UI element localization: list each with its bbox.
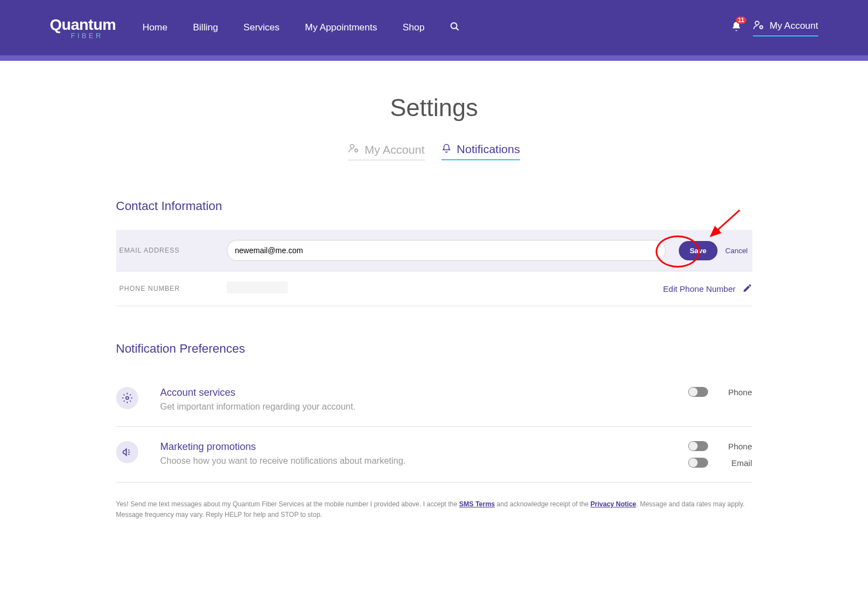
logo-sub-text: FIBER (71, 32, 116, 40)
edit-phone-label: Edit Phone Number (663, 284, 736, 294)
nav-appointments[interactable]: My Appointments (305, 22, 377, 33)
tab-my-account-label: My Account (365, 143, 425, 156)
privacy-notice-link[interactable]: Privacy Notice (590, 500, 636, 508)
user-gear-icon (348, 143, 359, 156)
page-title: Settings (116, 94, 752, 122)
svg-point-7 (126, 397, 128, 400)
toggle-label: Phone (725, 442, 752, 451)
nav-billing[interactable]: Billing (193, 22, 218, 33)
svg-line-1 (456, 28, 459, 30)
redacted-phone (227, 281, 288, 294)
svg-point-5 (355, 149, 358, 152)
nav-services[interactable]: Services (243, 22, 279, 33)
notifications-bell[interactable]: 11 (731, 21, 742, 34)
email-label: EMAIL ADDRESS (116, 247, 227, 254)
toggle-label: Email (725, 458, 752, 468)
settings-tabs: My Account Notifications (116, 143, 752, 160)
gear-icon (116, 387, 138, 409)
edit-phone-button[interactable]: Edit Phone Number (663, 283, 752, 295)
cancel-button[interactable]: Cancel (725, 247, 747, 255)
toggle-phone[interactable] (688, 441, 708, 451)
pref-title: Marketing promotions (160, 441, 666, 453)
my-account-label: My Account (770, 20, 818, 32)
search-icon[interactable] (450, 22, 460, 34)
tab-notifications-label: Notifications (457, 143, 520, 156)
notification-badge: 11 (736, 17, 746, 24)
sms-terms-link[interactable]: SMS Terms (459, 500, 495, 508)
email-row: EMAIL ADDRESS Save Cancel (116, 230, 752, 271)
pref-marketing: Marketing promotions Choose how you want… (116, 427, 752, 483)
toggle-phone[interactable] (688, 387, 708, 397)
svg-point-4 (350, 144, 354, 148)
email-input[interactable] (227, 240, 666, 261)
header-accent-bar (0, 55, 868, 61)
main-header: Quantum FIBER Home Billing Services My A… (0, 0, 868, 55)
my-account-link[interactable]: My Account (753, 19, 818, 36)
pencil-icon (742, 283, 752, 295)
toggle-label: Phone (725, 387, 752, 397)
logo[interactable]: Quantum FIBER (50, 16, 116, 40)
megaphone-icon (116, 441, 138, 463)
contact-info-title: Contact Information (116, 199, 752, 213)
nav-home[interactable]: Home (142, 22, 167, 33)
nav-shop[interactable]: Shop (403, 22, 425, 33)
save-button[interactable]: Save (679, 241, 718, 260)
svg-line-6 (711, 210, 740, 236)
pref-title: Account services (160, 387, 666, 399)
pref-desc: Get important information regarding your… (160, 402, 666, 412)
legal-prefix: Yes! Send me text messages about my Quan… (116, 500, 460, 508)
tab-notifications[interactable]: Notifications (441, 143, 520, 160)
tab-my-account[interactable]: My Account (348, 143, 425, 160)
legal-text: Yes! Send me text messages about my Quan… (116, 499, 752, 520)
main-nav: Home Billing Services My Appointments Sh… (142, 22, 460, 34)
toggle-email[interactable] (688, 458, 708, 468)
phone-value (227, 281, 663, 296)
phone-row: PHONE NUMBER Edit Phone Number (116, 271, 752, 306)
pref-account-services: Account services Get important informati… (116, 373, 752, 427)
prefs-title: Notification Preferences (116, 342, 752, 356)
legal-middle: and acknowledge receipt of the (495, 500, 591, 508)
svg-point-0 (451, 23, 458, 29)
pref-desc: Choose how you want to receive notificat… (160, 456, 666, 466)
svg-point-2 (755, 21, 759, 25)
bell-icon (441, 143, 451, 156)
phone-label: PHONE NUMBER (116, 285, 227, 292)
user-gear-icon (753, 19, 764, 33)
